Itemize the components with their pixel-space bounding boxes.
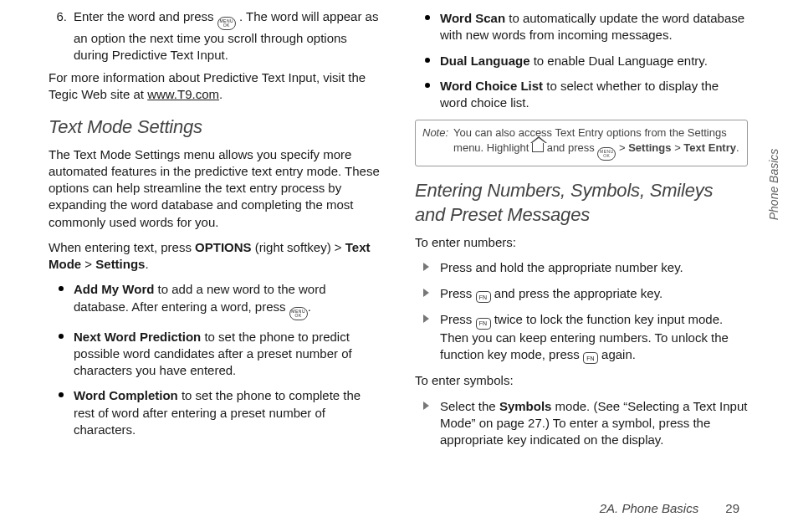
step-body: Enter the word and press MENU OK . The w… xyxy=(74,8,381,64)
num2-a: Press xyxy=(440,286,476,300)
right-column: Word Scan to automatically update the wo… xyxy=(415,8,748,477)
step-text-a: Enter the word and press xyxy=(74,9,217,23)
path-b: (right softkey) xyxy=(252,240,335,254)
dual-lang-bold: Dual Language xyxy=(440,54,530,68)
bullet-word-scan: Word Scan to automatically update the wo… xyxy=(415,10,748,44)
note-settings: Settings xyxy=(628,141,671,154)
note-box: Note: You can also access Text Entry opt… xyxy=(415,120,748,166)
note-b: and press xyxy=(547,141,598,154)
bullet-next-word-prediction: Next Word Prediction to set the phone to… xyxy=(49,329,381,380)
page-footer: 2A. Phone Basics 29 xyxy=(600,500,739,517)
num2-b: and press the appropriate key. xyxy=(491,286,663,300)
path-a: When entering text, press xyxy=(49,240,195,254)
page-columns: 6. Enter the word and press MENU OK . Th… xyxy=(0,0,798,477)
left-column: 6. Enter the word and press MENU OK . Th… xyxy=(49,8,381,477)
word-scan-bold: Word Scan xyxy=(440,11,505,25)
bullet-add-my-word: Add My Word to add a new word to the wor… xyxy=(49,281,381,320)
to-enter-symbols-label: To enter symbols: xyxy=(415,372,748,389)
num1-text: Press and hold the appropriate number ke… xyxy=(440,260,683,274)
note-period: . xyxy=(736,141,739,154)
note-gt-1: > xyxy=(619,141,626,154)
menu-ok-key-icon: MENU OK xyxy=(597,147,616,161)
path-settings: Settings xyxy=(95,257,145,271)
dual-lang-text: to enable Dual Language entry. xyxy=(530,54,708,68)
num3-a: Press xyxy=(440,312,476,326)
bullet-word-completion: Word Completion to set the phone to comp… xyxy=(49,387,381,438)
to-enter-numbers-label: To enter numbers: xyxy=(415,234,748,251)
note-body: You can also access Text Entry options f… xyxy=(453,125,740,161)
note-label: Note: xyxy=(422,125,448,161)
fn-key-icon: FN xyxy=(476,318,491,330)
footer-page-number: 29 xyxy=(725,501,739,515)
more-info-paragraph: For more information about Predictive Te… xyxy=(49,69,381,104)
sym-a: Select the xyxy=(440,399,499,413)
step-number: 6. xyxy=(49,8,74,64)
num3-c: again. xyxy=(598,347,636,361)
note-gt-2: > xyxy=(674,141,681,154)
path-options: OPTIONS xyxy=(195,240,252,254)
path-period: . xyxy=(145,257,148,271)
step-6: 6. Enter the word and press MENU OK . Th… xyxy=(49,8,381,64)
add-word-bold: Add My Word xyxy=(74,282,154,296)
bullet-word-choice-list: Word Choice List to select whether to di… xyxy=(415,78,748,112)
footer-section: 2A. Phone Basics xyxy=(600,501,698,515)
numbers-item-1: Press and hold the appropriate number ke… xyxy=(415,259,748,276)
text-mode-settings-heading: Text Mode Settings xyxy=(49,115,381,140)
numbers-list: Press and hold the appropriate number ke… xyxy=(415,259,748,364)
bullet-dual-language: Dual Language to enable Dual Language en… xyxy=(415,53,748,69)
gt-1: > xyxy=(335,240,342,254)
sym-bold: Symbols xyxy=(499,399,552,413)
key-label-ok: OK xyxy=(223,23,230,28)
menu-ok-key-icon: MENU OK xyxy=(289,307,308,320)
symbols-item-1: Select the Symbols mode. (See “Selecting… xyxy=(415,398,748,449)
note-text-entry: Text Entry xyxy=(683,141,736,154)
entering-heading: Entering Numbers, Symbols, Smileys and P… xyxy=(415,178,748,228)
right-bullet-list: Word Scan to automatically update the wo… xyxy=(415,10,748,111)
text-mode-intro: The Text Mode Settings menu allows you s… xyxy=(49,146,381,231)
key-label-ok: OK xyxy=(603,154,610,158)
side-tab: Phone Basics xyxy=(766,134,783,234)
menu-ok-key-icon: MENU OK xyxy=(217,17,236,30)
home-icon xyxy=(532,142,544,152)
symbols-list: Select the Symbols mode. (See “Selecting… xyxy=(415,398,748,449)
more-info-b: . xyxy=(219,87,223,101)
fn-key-icon: FN xyxy=(583,352,598,364)
text-mode-path: When entering text, press OPTIONS (right… xyxy=(49,239,381,274)
side-tab-label: Phone Basics xyxy=(767,148,783,220)
key-label-ok: OK xyxy=(295,314,302,318)
completion-bold: Word Completion xyxy=(74,388,178,402)
numbers-item-2: Press FN and press the appropriate key. xyxy=(415,285,748,304)
fn-key-icon: FN xyxy=(476,291,491,303)
next-word-bold: Next Word Prediction xyxy=(74,330,201,344)
add-word-period: . xyxy=(308,299,311,314)
word-choice-bold: Word Choice List xyxy=(440,79,543,93)
numbers-item-3: Press FN twice to lock the function key … xyxy=(415,311,748,364)
left-bullet-list: Add My Word to add a new word to the wor… xyxy=(49,281,381,438)
gt-2: > xyxy=(84,257,92,271)
t9-link[interactable]: www.T9.com xyxy=(147,87,219,101)
